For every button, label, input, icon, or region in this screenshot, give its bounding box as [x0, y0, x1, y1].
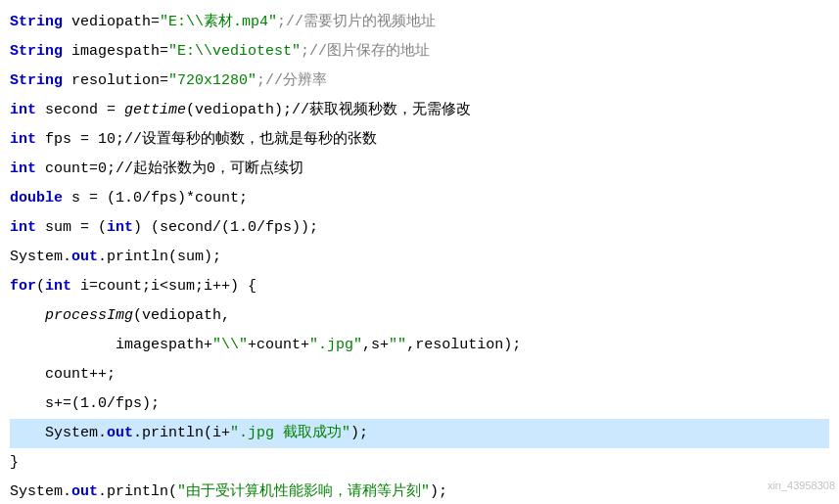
code-line-2: String imagespath="E:\\vediotest";//图片保存…: [10, 37, 829, 67]
code-line-6: int count=0;//起始张数为0，可断点续切: [10, 155, 829, 184]
code-line-17: System.out.println("由于受计算机性能影响，请稍等片刻");: [10, 478, 829, 504]
code-line-13: count++;: [10, 360, 829, 389]
code-line-14: s+=(1.0/fps);: [10, 389, 829, 419]
code-line-7: double s = (1.0/fps)*count;: [10, 184, 829, 213]
code-line-5: int fps = 10;//设置每秒的帧数，也就是每秒的张数: [10, 125, 829, 155]
code-line-8: int sum = (int) (second/(1.0/fps));: [10, 213, 829, 243]
code-line-15: System.out.println(i+".jpg 截取成功");: [10, 419, 829, 448]
code-line-11: processImg(vediopath,: [10, 301, 829, 331]
code-line-4: int second = gettime(vediopath);//获取视频秒数…: [10, 96, 829, 125]
watermark: xin_43958308: [768, 471, 835, 500]
code-line-16: }: [10, 448, 829, 478]
code-line-9: System.out.println(sum);: [10, 243, 829, 272]
code-container: String vediopath="E:\\素材.mp4";//需要切片的视频地…: [0, 0, 839, 504]
code-line-12: imagespath+"\\"+count+".jpg",s+"",resolu…: [10, 331, 829, 360]
code-line-1: String vediopath="E:\\素材.mp4";//需要切片的视频地…: [10, 8, 829, 37]
code-line-10: for(int i=count;i<sum;i++) {: [10, 272, 829, 301]
code-line-3: String resolution="720x1280";//分辨率: [10, 67, 829, 96]
